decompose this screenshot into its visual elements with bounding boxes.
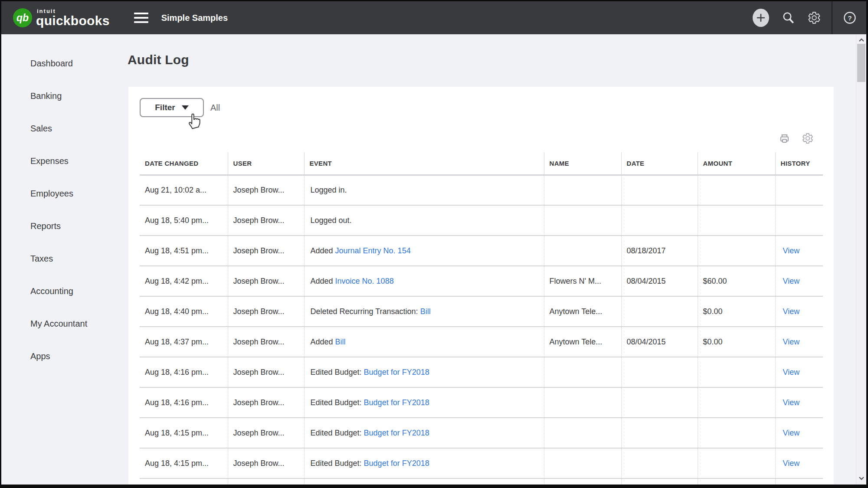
- table-body: Aug 21, 10:02 a...Joseph Brow...Logged i…: [140, 175, 823, 485]
- settings-gear-icon[interactable]: [807, 11, 821, 25]
- event-link[interactable]: Budget for FY2018: [364, 429, 429, 437]
- cell-date: 08/04/2015: [621, 266, 698, 296]
- content-area: DashboardBankingSalesExpensesEmployeesRe…: [1, 34, 866, 485]
- cell-date-changed: Aug 18, 4:16 pm...: [140, 357, 228, 387]
- cell-name: Anytown Tele...: [544, 296, 621, 327]
- topbar-divider: [832, 1, 832, 34]
- table-row: Aug 18, 4:37 pm...Joseph Brow...Added Bi…: [140, 327, 823, 357]
- view-link[interactable]: View: [783, 398, 800, 407]
- cell-user: Joseph Brow...: [228, 327, 304, 357]
- event-text: Added: [311, 246, 335, 255]
- event-link[interactable]: Journal Entry No. 154: [335, 246, 411, 255]
- quick-create-plus-icon[interactable]: [753, 9, 769, 27]
- print-icon[interactable]: [779, 133, 790, 144]
- cell-amount: $0.00: [698, 327, 775, 357]
- table-row: Aug 18, 4:15 pm...Joseph Brow...Edited B…: [140, 448, 823, 478]
- table-row-partial: [140, 478, 823, 485]
- cell-date-changed: Aug 18, 4:16 pm...: [140, 387, 228, 418]
- cell-amount: [698, 357, 775, 387]
- view-link[interactable]: View: [783, 368, 800, 377]
- view-link[interactable]: View: [783, 429, 800, 437]
- cell-name: [544, 205, 621, 236]
- cell-date-changed: Aug 18, 4:40 pm...: [140, 296, 228, 327]
- cell-amount: [698, 175, 775, 205]
- event-text: Logged in.: [311, 186, 347, 194]
- hamburger-menu-icon[interactable]: [132, 11, 150, 25]
- cell-user: Joseph Brow...: [228, 357, 304, 387]
- cell-date-changed: Aug 18, 4:51 pm...: [140, 236, 228, 266]
- chevron-down-icon: [182, 105, 189, 110]
- event-text: Deleted Recurring Transaction:: [311, 307, 420, 316]
- event-link[interactable]: Budget for FY2018: [364, 398, 429, 407]
- sidebar-item-sales[interactable]: Sales: [1, 112, 124, 145]
- app-window: qb intuit quickbooks Simple Samples: [0, 0, 868, 488]
- table-settings-gear-icon[interactable]: [802, 132, 814, 144]
- cell-amount: [698, 205, 775, 236]
- scrollbar-thumb[interactable]: [857, 44, 865, 82]
- company-name: Simple Samples: [161, 13, 228, 23]
- search-icon[interactable]: [781, 11, 795, 25]
- sidebar-item-my-accountant[interactable]: My Accountant: [1, 308, 124, 340]
- sidebar-item-dashboard[interactable]: Dashboard: [1, 47, 124, 80]
- cell-amount: $0.00: [698, 296, 775, 327]
- vertical-scrollbar[interactable]: [856, 34, 866, 485]
- cell-user: Joseph Brow...: [228, 418, 304, 448]
- column-header-date: DATE: [621, 152, 698, 175]
- table-row: Aug 18, 4:16 pm...Joseph Brow...Edited B…: [140, 357, 823, 387]
- cell-name: Anytown Tele...: [544, 327, 621, 357]
- brand-wordmark: intuit quickbooks: [36, 8, 110, 27]
- filter-button[interactable]: Filter: [140, 98, 204, 117]
- scroll-up-arrow-icon[interactable]: [858, 36, 865, 43]
- cell-event: Edited Budget: Budget for FY2018: [304, 357, 544, 387]
- qb-monogram-text: qb: [16, 12, 29, 24]
- event-text: Added: [311, 337, 335, 346]
- cell-date: 08/18/2017: [621, 236, 698, 266]
- scroll-down-arrow-icon[interactable]: [858, 475, 865, 482]
- cell-name: [544, 448, 621, 478]
- event-link[interactable]: Invoice No. 1088: [335, 277, 394, 285]
- cell-name: Flowers N' M...: [544, 266, 621, 296]
- cell-event: Edited Budget: Budget for FY2018: [304, 418, 544, 448]
- cell-history: View: [775, 327, 823, 357]
- qb-monogram-icon: qb: [13, 8, 32, 27]
- help-icon[interactable]: ?: [843, 11, 857, 25]
- event-text: Edited Budget:: [311, 429, 364, 437]
- event-link[interactable]: Bill: [420, 307, 431, 316]
- cell-event: Edited Budget: Budget for FY2018: [304, 387, 544, 418]
- cell-name: [544, 418, 621, 448]
- event-link[interactable]: Bill: [335, 337, 346, 346]
- sidebar-item-taxes[interactable]: Taxes: [1, 242, 124, 275]
- cell-history: View: [775, 387, 823, 418]
- filter-row: Filter All: [140, 98, 823, 117]
- cell-name: [544, 236, 621, 266]
- cell-date-changed: Aug 21, 10:02 a...: [140, 175, 228, 205]
- sidebar-item-employees[interactable]: Employees: [1, 177, 124, 210]
- view-link[interactable]: View: [783, 459, 800, 468]
- cell-amount: [698, 448, 775, 478]
- sidebar-item-expenses[interactable]: Expenses: [1, 145, 124, 177]
- cell-event: Added Invoice No. 1088: [304, 266, 544, 296]
- cell-user: Joseph Brow...: [228, 236, 304, 266]
- cell-user: Joseph Brow...: [228, 205, 304, 236]
- column-header-date-changed: DATE CHANGED: [140, 152, 228, 175]
- sidebar-item-banking[interactable]: Banking: [1, 80, 124, 112]
- event-link[interactable]: Budget for FY2018: [364, 368, 429, 377]
- view-link[interactable]: View: [783, 337, 800, 346]
- view-link[interactable]: View: [783, 277, 800, 285]
- sidebar-item-accounting[interactable]: Accounting: [1, 275, 124, 308]
- cell-date-changed: Aug 18, 4:37 pm...: [140, 327, 228, 357]
- sidebar-item-reports[interactable]: Reports: [1, 210, 124, 242]
- cell-name: [544, 357, 621, 387]
- view-link[interactable]: View: [783, 307, 800, 316]
- audit-log-card: Filter All: [128, 87, 834, 485]
- sidebar-list: DashboardBankingSalesExpensesEmployeesRe…: [1, 47, 124, 373]
- quickbooks-label: quickbooks: [36, 14, 110, 27]
- cell-date: [621, 418, 698, 448]
- cell-user: Joseph Brow...: [228, 296, 304, 327]
- view-link[interactable]: View: [783, 246, 800, 255]
- table-row: Aug 18, 4:42 pm...Joseph Brow...Added In…: [140, 266, 823, 296]
- event-link[interactable]: Budget for FY2018: [364, 459, 429, 468]
- cell-user: Joseph Brow...: [228, 266, 304, 296]
- sidebar-item-apps[interactable]: Apps: [1, 340, 124, 373]
- quickbooks-logo[interactable]: qb intuit quickbooks: [13, 8, 110, 27]
